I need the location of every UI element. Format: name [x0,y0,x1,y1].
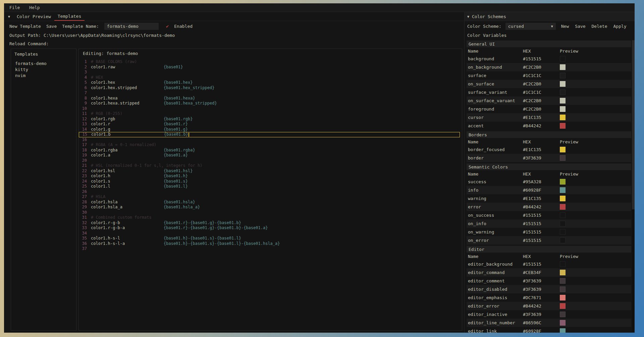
tab-color-preview[interactable]: Color Preview [13,12,54,21]
color-row[interactable]: editor_line_number#86596C [467,319,631,327]
color-name: background [468,56,523,61]
editor-line[interactable]: 5color1.hex{base01.hex} [79,80,460,85]
editor-line[interactable]: 36color1.h-s-l-a{base01.h}-{base01.s}-{b… [79,241,460,247]
color-row[interactable]: on_info#151515 [467,219,631,228]
editor-line[interactable]: 30 [79,210,460,215]
scrollbar-thumb[interactable] [632,40,635,209]
section-header-borders[interactable]: Borders [467,131,631,138]
collapse-arrow-icon[interactable]: ▼ [8,15,10,18]
collapse-arrow-icon[interactable]: ▼ [467,15,469,18]
editor-line[interactable]: 19color1.a{base01.a} [79,153,460,158]
editor-line[interactable]: 27# HSLA [79,194,460,200]
color-row[interactable]: editor_comment#3F3639 [467,277,631,285]
color-row[interactable]: surface_variant#1C1C1C [467,88,631,96]
color-row[interactable]: warning#E1C135 [467,194,631,203]
editor-code-area[interactable]: 1# BASE COLORS (raw)2color1.raw{base01}3… [79,58,462,330]
editor-line[interactable]: 12color1.rgb{base01.rgb} [79,117,460,122]
scheme-apply-button[interactable]: Apply [613,24,627,29]
color-row[interactable]: cursor#E1C135 [467,113,631,122]
color-row[interactable]: on_surface#C2C2B0 [467,80,631,88]
color-hex: #1C1C1C [523,73,560,78]
line-text: color1.hsla_a{base01.hsla_a} [91,205,460,210]
editor-line[interactable]: 13color1.r{base01.r} [79,122,460,127]
color-row[interactable]: success#95A328 [467,178,631,186]
tab-templates[interactable]: Templates [54,12,85,21]
editor-line[interactable]: 34 [79,231,460,236]
editor-line[interactable]: 16 [79,137,460,143]
editor-line[interactable]: 6color1.hex.stripped{base01.hex_stripped… [79,85,460,91]
color-schemes-header[interactable]: ▼ Color Schemes [465,12,635,21]
scheme-save-button[interactable]: Save [575,24,585,29]
color-row[interactable]: editor_emphasis#DC7671 [467,293,631,302]
color-row[interactable]: border#3F3639 [467,154,631,162]
editor-line[interactable]: 37 [79,246,460,252]
output-path-value[interactable]: C:\Users\user\AppData\Roaming\clrsync\fo… [44,33,175,38]
editor-line[interactable]: 9color1.hexa.stripped{base01.hexa_stripp… [79,101,460,106]
editor-line[interactable]: 22color1.hsl{base01.hsl} [79,168,460,174]
color-row[interactable]: editor_background#151515 [467,260,631,268]
color-row[interactable]: on_background#C2C2B0 [467,63,631,71]
scheme-select[interactable]: cursed ▼ [505,23,556,30]
editor-line[interactable]: 3 [79,70,460,75]
color-name: warning [468,196,523,201]
line-number: 21 [79,163,91,168]
editor-line[interactable]: 18color1.rgba{base01.rgba} [79,148,460,153]
template-name-input[interactable] [104,23,159,30]
color-row[interactable]: editor_disabled#3F3639 [467,285,631,293]
editor-line[interactable]: 28color1.hsla{base01.hsla} [79,200,460,205]
template-item-kitty[interactable]: kitty [14,67,73,73]
color-row[interactable]: accent#B44242 [467,122,631,130]
color-row[interactable]: background#151515 [467,55,631,63]
editor-line[interactable]: 29color1.hsla_a{base01.hsla_a} [79,205,460,210]
color-row[interactable]: editor_command#CEB34F [467,268,631,277]
editor-line[interactable]: 4# HEX [79,75,460,80]
editor-line[interactable]: 1# BASE COLORS (raw) [79,59,460,65]
color-row[interactable]: editor_error#B44242 [467,302,631,310]
editor-line[interactable]: 14color1.g{base01.g} [79,127,460,132]
menu-item-help[interactable]: Help [29,5,40,10]
editor-line[interactable]: 8color1.hexa{base01.hexa} [79,96,460,101]
color-hex: #B44242 [523,204,560,209]
color-row[interactable]: on_error#151515 [467,236,631,245]
scheme-new-button[interactable]: New [561,24,569,29]
editor-line-selected[interactable]: 15color1.b{base01.b} [79,132,460,137]
editor-line[interactable]: 31# Combined custom formats [79,215,460,220]
color-row[interactable]: editor_inactive#3F3639 [467,310,631,319]
template-item-nvim[interactable]: nvim [14,73,73,79]
scheme-delete-button[interactable]: Delete [592,24,607,29]
color-row[interactable]: error#B44242 [467,203,631,211]
color-row[interactable]: on_success#151515 [467,211,631,219]
editor-line[interactable]: 35color1.h-s-l{base01.h}-{base01.s}-{bas… [79,236,460,241]
editor-line[interactable]: 10 [79,106,460,112]
editor-line[interactable]: 2color1.raw{base01} [79,65,460,70]
new-template-button[interactable]: New Template [9,24,41,29]
editor-line[interactable]: 20 [79,158,460,163]
color-row[interactable]: info#60928F [467,186,631,194]
editor-line[interactable]: 26 [79,189,460,195]
editor-line[interactable]: 25color1.l{base01.l} [79,184,460,189]
editor-line[interactable]: 33color1.r-g-b-a{base01.r}-{base01.g}-{b… [79,225,460,231]
color-row[interactable]: on_surface_varuant#C2C2B0 [467,96,631,105]
editor-line[interactable]: 23color1.h{base01.h} [79,174,460,179]
editor-line[interactable]: 7 [79,90,460,96]
editor-line[interactable]: 24color1.s{base01.s} [79,179,460,184]
line-number: 28 [79,200,91,205]
line-number: 17 [79,142,91,148]
scrollbar[interactable] [632,40,635,332]
template-item-formats-demo[interactable]: formats-demo [14,61,73,67]
menu-item-file[interactable]: File [9,5,20,10]
color-row[interactable]: border_focused#E1C135 [467,145,631,154]
save-template-button[interactable]: Save [46,24,57,29]
section-header-general-ui[interactable]: General UI [467,41,631,47]
color-row[interactable]: on_warning#151515 [467,228,631,236]
editor-line[interactable]: 21# HSL (normalized 0-1 for s,l, integer… [79,163,460,168]
color-row[interactable]: foreground#C2C2B0 [467,105,631,113]
section-header-semantic-colors[interactable]: Semantic Colors [467,163,631,170]
color-row[interactable]: editor_link#60928F [467,327,631,333]
section-header-editor[interactable]: Editor [467,246,631,253]
editor-line[interactable]: 17# RGBA (A = 0-1 normalized) [79,142,460,148]
editor-line[interactable]: 11# RGB (0-255) [79,111,460,117]
enabled-check-icon[interactable]: ✔ [166,23,169,29]
editor-line[interactable]: 32color1.r-g-b{base01.r}-{base01.g}-{bas… [79,220,460,226]
color-row[interactable]: surface#1C1C1C [467,71,631,80]
